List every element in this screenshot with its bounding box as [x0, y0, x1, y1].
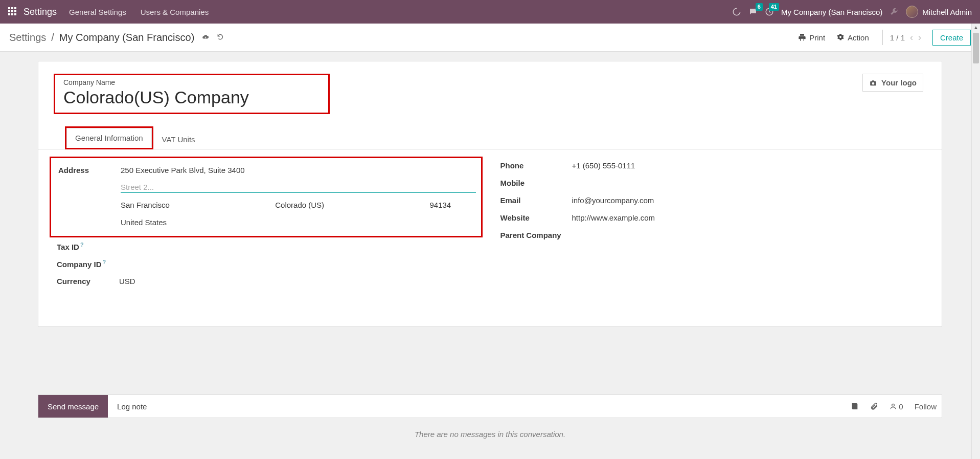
menu-users-companies[interactable]: Users & Companies [141, 8, 209, 16]
scrollbar[interactable]: ▲ [971, 24, 980, 459]
company-name-value[interactable]: Colorado(US) Company [63, 88, 320, 107]
phone-value[interactable]: +1 (650) 555-0111 [572, 161, 924, 170]
log-note-button[interactable]: Log note [108, 402, 156, 411]
your-logo-button[interactable]: Your logo [862, 74, 923, 92]
tab-general-information[interactable]: General Information [66, 128, 152, 148]
print-label: Print [809, 33, 825, 42]
log-note-label: Log note [117, 402, 147, 411]
scroll-thumb[interactable] [973, 33, 979, 63]
pager-prev-icon[interactable]: ‹ [910, 32, 913, 43]
taxid-help-icon[interactable]: ? [80, 242, 84, 248]
clock-badge: 41 [769, 3, 779, 11]
form-card: Company Name Colorado(US) Company Your l… [38, 61, 942, 327]
zip-value[interactable]: 94134 [430, 201, 476, 209]
breadcrumb-current: My Company (San Francisco) [59, 32, 195, 43]
brand-title[interactable]: Settings [24, 7, 57, 17]
attachment-icon[interactable] [870, 402, 878, 410]
currency-label: Currency [57, 277, 119, 286]
book-icon[interactable] [851, 402, 859, 410]
parent-company-label: Parent Company [500, 231, 572, 239]
company-name-highlight: Company Name Colorado(US) Company [54, 74, 330, 114]
followers-number: 0 [899, 402, 903, 411]
user-name: Mitchell Admin [922, 8, 972, 16]
print-button[interactable]: Print [798, 33, 825, 42]
followers-count[interactable]: 0 [890, 402, 903, 411]
chat-badge: 6 [756, 3, 763, 11]
tab-vat-units[interactable]: VAT Units [153, 129, 204, 149]
state-value[interactable]: Colorado (US) [275, 201, 419, 209]
form-left-column: Address 250 Executive Park Blvd, Suite 3… [57, 157, 480, 290]
page-body: Company Name Colorado(US) Company Your l… [0, 52, 980, 459]
taxid-label: Tax ID? [57, 242, 119, 251]
breadcrumb-sep: / [51, 32, 54, 43]
wrench-icon[interactable] [890, 7, 899, 16]
action-button[interactable]: Action [836, 33, 869, 42]
avatar [906, 6, 918, 18]
email-value[interactable]: info@yourcompany.com [572, 196, 924, 205]
website-label: Website [500, 213, 572, 222]
company-name-label: Company Name [63, 78, 320, 86]
tab-vat-label: VAT Units [162, 135, 195, 144]
street1-value[interactable]: 250 Executive Park Blvd, Suite 3400 [121, 166, 476, 174]
your-logo-label: Your logo [881, 78, 917, 87]
spinner-icon[interactable] [732, 7, 741, 16]
create-label: Create [940, 33, 963, 42]
menu-general-settings[interactable]: General Settings [69, 8, 126, 16]
website-value[interactable]: http://www.example.com [572, 213, 924, 222]
follow-button[interactable]: Follow [915, 402, 937, 411]
street2-input[interactable] [121, 182, 476, 193]
country-value[interactable]: United States [121, 218, 476, 227]
pager-next-icon[interactable]: › [918, 32, 921, 43]
control-bar: Settings / My Company (San Francisco) Pr… [0, 24, 980, 52]
scroll-up-icon[interactable]: ▲ [972, 25, 980, 30]
breadcrumb: Settings / My Company (San Francisco) [9, 32, 224, 43]
tab-general-label: General Information [75, 134, 143, 142]
cloud-upload-icon[interactable] [201, 33, 210, 42]
send-message-button[interactable]: Send message [38, 395, 108, 418]
create-button[interactable]: Create [932, 30, 971, 46]
pager-text: 1 / 1 [890, 33, 905, 42]
mobile-label: Mobile [500, 179, 572, 187]
empty-conversation-message: There are no messages in this conversati… [0, 430, 980, 439]
breadcrumb-root[interactable]: Settings [9, 32, 46, 43]
form-right-column: Phone +1 (650) 555-0111 Mobile Email inf… [500, 157, 924, 290]
companyid-label: Company ID? [57, 259, 119, 269]
chatter-bar: Send message Log note 0 Follow [38, 395, 942, 418]
send-message-label: Send message [48, 402, 99, 411]
topnav-company[interactable]: My Company (San Francisco) [781, 8, 882, 16]
email-label: Email [500, 196, 572, 205]
companyid-help-icon[interactable]: ? [103, 259, 106, 265]
address-highlight: Address 250 Executive Park Blvd, Suite 3… [50, 157, 483, 237]
city-value[interactable]: San Francisco [121, 201, 265, 209]
address-label: Address [58, 166, 121, 174]
undo-icon[interactable] [217, 33, 224, 42]
tab-general-highlight: General Information [65, 126, 153, 149]
chat-icon[interactable]: 6 [748, 7, 758, 16]
currency-value[interactable]: USD [119, 277, 480, 286]
clock-icon[interactable]: 41 [765, 7, 774, 16]
action-label: Action [848, 33, 869, 42]
svg-point-1 [892, 404, 895, 406]
apps-icon[interactable] [8, 7, 17, 16]
phone-label: Phone [500, 161, 572, 170]
top-nav: Settings General Settings Users & Compan… [0, 0, 980, 24]
user-menu[interactable]: Mitchell Admin [906, 6, 972, 18]
